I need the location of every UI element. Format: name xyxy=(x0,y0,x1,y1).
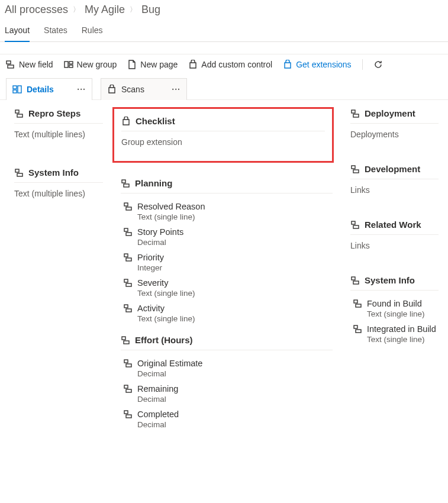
group-title: Planning xyxy=(135,178,172,188)
group-title: Deployment xyxy=(365,108,415,118)
breadcrumb-my-agile[interactable]: My Agile xyxy=(85,4,125,16)
stack-icon xyxy=(123,384,133,394)
field-type: Decimal xyxy=(123,395,333,404)
field-activity[interactable]: Activity Text (single line) xyxy=(121,304,333,323)
field-name: Found in Build xyxy=(367,299,422,308)
divider xyxy=(362,59,363,70)
get-extensions-label: Get extensions xyxy=(296,60,351,69)
field-icon xyxy=(6,60,15,69)
stack-icon xyxy=(350,109,360,118)
bag-icon xyxy=(107,85,117,94)
field-name: Original Estimate xyxy=(137,359,202,368)
field-original-estimate[interactable]: Original Estimate Decimal xyxy=(121,359,333,378)
layout-page-tabs: Details ··· Scans ··· xyxy=(0,75,448,100)
field-name: Severity xyxy=(137,278,168,288)
highlighted-checklist-group: Checklist Group extension xyxy=(112,107,334,163)
column-left: Repro Steps Text (multiple lines) System… xyxy=(14,108,103,429)
more-icon[interactable]: ··· xyxy=(77,85,86,94)
stack-icon xyxy=(123,359,133,368)
field-integrated-in-build[interactable]: Integrated in Build Text (single line) xyxy=(350,324,439,344)
bag-icon xyxy=(121,117,131,126)
field-name: Resolved Reason xyxy=(137,202,205,211)
field-type: Decimal xyxy=(123,238,333,247)
group-title: System Info xyxy=(365,275,415,285)
new-field-button[interactable]: New field xyxy=(6,60,53,69)
group-repro-steps[interactable]: Repro Steps Text (multiple lines) xyxy=(14,108,103,141)
breadcrumb: All processes 〉 My Agile 〉 Bug xyxy=(0,0,448,17)
group-title: Effort (Hours) xyxy=(135,335,193,345)
group-subtext: Links xyxy=(350,235,439,253)
group-title: Related Work xyxy=(365,220,421,230)
new-field-label: New field xyxy=(19,60,53,69)
tab-states[interactable]: States xyxy=(44,25,67,41)
stack-icon xyxy=(350,165,360,174)
more-icon[interactable]: ··· xyxy=(172,85,181,94)
layout-icon xyxy=(12,85,22,94)
field-severity[interactable]: Severity Text (single line) xyxy=(121,278,333,298)
refresh-icon xyxy=(373,60,383,69)
field-name: Integrated in Build xyxy=(367,324,436,334)
stack-icon xyxy=(121,336,130,345)
field-type: Text (single line) xyxy=(353,335,439,344)
stack-icon xyxy=(123,202,133,211)
add-custom-control-label: Add custom control xyxy=(201,60,272,69)
field-type: Text (single line) xyxy=(123,212,333,221)
group-subtext: Links xyxy=(350,179,439,197)
group-system-info-left[interactable]: System Info Text (multiple lines) xyxy=(14,167,103,201)
field-name: Priority xyxy=(137,253,164,262)
field-priority[interactable]: Priority Integer xyxy=(121,253,333,272)
stack-icon xyxy=(123,410,133,419)
stack-icon xyxy=(121,179,130,188)
work-item-subtabs: Layout States Rules xyxy=(0,17,448,42)
tab-rules[interactable]: Rules xyxy=(82,25,103,41)
layout-tab-scans[interactable]: Scans ··· xyxy=(101,78,187,100)
stack-icon xyxy=(123,304,133,313)
field-name: Story Points xyxy=(137,227,183,237)
stack-icon xyxy=(353,324,362,334)
breadcrumb-all-processes[interactable]: All processes xyxy=(5,4,68,16)
breadcrumb-bug[interactable]: Bug xyxy=(141,4,160,16)
field-type: Decimal xyxy=(123,369,333,378)
new-page-button[interactable]: New page xyxy=(127,60,178,69)
group-title: Development xyxy=(365,164,420,174)
field-type: Decimal xyxy=(123,420,333,429)
field-type: Text (single line) xyxy=(123,289,333,298)
group-deployment[interactable]: Deployment Deployments xyxy=(350,108,439,141)
stack-icon xyxy=(350,276,360,285)
layout-tab-scans-label: Scans xyxy=(121,85,144,94)
refresh-button[interactable] xyxy=(373,60,383,69)
stack-icon xyxy=(14,109,24,118)
group-system-info-right[interactable]: System Info Found in Build Text (single … xyxy=(350,275,439,344)
field-type: Text (single line) xyxy=(123,314,333,323)
field-story-points[interactable]: Story Points Decimal xyxy=(121,227,333,247)
field-completed[interactable]: Completed Decimal xyxy=(121,410,333,429)
stack-icon xyxy=(350,220,360,230)
field-name: Activity xyxy=(137,304,165,313)
group-checklist[interactable]: Checklist Group extension xyxy=(121,116,325,149)
add-custom-control-button[interactable]: Add custom control xyxy=(188,60,272,69)
new-group-label: New group xyxy=(77,60,117,69)
stack-icon xyxy=(353,299,362,308)
bag-icon xyxy=(283,60,292,69)
group-subtext: Deployments xyxy=(350,124,439,141)
group-subtext: Group extension xyxy=(121,131,325,149)
layout-tab-details[interactable]: Details ··· xyxy=(6,78,92,100)
field-found-in-build[interactable]: Found in Build Text (single line) xyxy=(350,299,439,318)
get-extensions-link[interactable]: Get extensions xyxy=(283,60,351,69)
group-subtext: Text (multiple lines) xyxy=(14,124,103,141)
field-name: Remaining xyxy=(137,384,178,394)
group-related-work[interactable]: Related Work Links xyxy=(350,220,439,253)
tab-layout[interactable]: Layout xyxy=(5,25,30,42)
group-planning[interactable]: Planning Resolved Reason Text (single li… xyxy=(121,178,333,323)
group-development[interactable]: Development Links xyxy=(350,164,439,197)
group-subtext: Text (multiple lines) xyxy=(14,183,103,201)
field-remaining[interactable]: Remaining Decimal xyxy=(121,384,333,404)
layout-columns: Repro Steps Text (multiple lines) System… xyxy=(0,100,448,447)
field-resolved-reason[interactable]: Resolved Reason Text (single line) xyxy=(121,202,333,221)
group-effort[interactable]: Effort (Hours) Original Estimate Decimal… xyxy=(121,335,333,429)
stack-icon xyxy=(123,278,133,288)
new-group-button[interactable]: New group xyxy=(64,60,117,69)
field-type: Text (single line) xyxy=(353,309,439,318)
group-title: Checklist xyxy=(136,116,175,126)
bag-icon xyxy=(188,60,198,69)
